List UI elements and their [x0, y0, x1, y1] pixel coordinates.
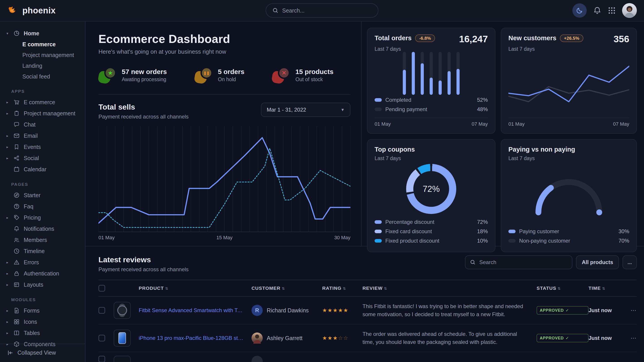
total-sells-subtitle: Payment received across all channels [98, 114, 189, 120]
sidebar-item-errors[interactable]: ▸Errors [0, 257, 85, 268]
global-search[interactable] [266, 3, 378, 18]
sidebar-item-label: Starter [24, 192, 40, 199]
sidebar-item-notifications[interactable]: Notifications [0, 223, 85, 234]
select-all-checkbox[interactable] [98, 285, 105, 292]
date-range-select[interactable]: Mar 1 - 31, 2022 ▼ [261, 103, 350, 117]
card-title: New customers [508, 34, 556, 42]
row-checkbox[interactable] [98, 335, 105, 342]
column-header-time[interactable]: TIME⇅ [588, 286, 625, 291]
pause-badge-icon: ❚❚ [195, 67, 212, 83]
product-thumbnail[interactable] [114, 302, 131, 319]
sidebar-subitem-e-commerce[interactable]: E commerce [0, 39, 85, 50]
cart-icon [13, 99, 20, 105]
sidebar-subitem-landing[interactable]: Landing [0, 60, 85, 71]
sidebar-item-label: Calendar [24, 166, 46, 173]
check-icon: ✓ [566, 336, 569, 341]
sidebar-item-label: Social [24, 155, 39, 161]
axis-label: 15 May [114, 235, 334, 241]
column-header-status[interactable]: STATUS⇅ [536, 286, 588, 291]
product-link[interactable]: iPhone 13 pro max-Pacific Blue-128GB sto… [139, 335, 252, 341]
caret-right-icon: ▸ [5, 111, 10, 116]
brand[interactable]: phoenix [7, 5, 86, 16]
sidebar-item-email[interactable]: ▸Email [0, 130, 85, 141]
notifications-button[interactable] [593, 6, 602, 15]
legend-label: Paying customer [519, 228, 559, 235]
bar [403, 52, 406, 95]
stat-15-products: ✕15 productsOut of stock [272, 67, 334, 83]
legend-value: 30% [618, 228, 629, 235]
global-search-input[interactable] [282, 7, 372, 14]
sidebar-item-members[interactable]: Members [0, 234, 85, 246]
caret-right-icon: ▸ [5, 134, 10, 138]
product-thumbnail[interactable] [114, 356, 131, 362]
table-row: iPhone 13 pro max-Pacific Blue-128GB sto… [98, 325, 637, 352]
sidebar-subitem-project-management[interactable]: Project management [0, 50, 85, 60]
sidebar-item-timeline[interactable]: Timeline [0, 246, 85, 257]
topbar-actions [572, 3, 637, 18]
legend-item-fixed-card-discount: Fixed card discount18% [374, 227, 488, 236]
sidebar-item-label: Errors [24, 259, 39, 266]
sidebar-item-events[interactable]: ▸Events [0, 141, 85, 152]
sidebar-item-tables[interactable]: ▸Tables [0, 327, 85, 339]
theme-toggle-button[interactable] [572, 3, 587, 18]
sort-icon: ⇅ [165, 287, 168, 291]
column-header-product[interactable]: PRODUCT⇅ [139, 286, 252, 291]
card-period: Last 7 days [508, 46, 629, 52]
more-options-button[interactable]: ... [622, 255, 637, 269]
reviews-search[interactable] [465, 255, 572, 269]
sidebar-item-label: Chat [24, 121, 36, 128]
collapsed-view-button[interactable]: Collapsed View [0, 344, 85, 362]
column-header-review[interactable]: REVIEW⇅ [362, 286, 536, 291]
check-icon: ✓ [566, 308, 569, 313]
sidebar-item-authentication[interactable]: ▸Authentication [0, 268, 85, 279]
card-period: Last 7 days [374, 155, 488, 161]
sidebar-item-calendar[interactable]: Calendar [0, 164, 85, 175]
column-header-customer[interactable]: CUSTOMER⇅ [252, 286, 322, 291]
column-header-rating[interactable]: RATING⇅ [322, 286, 362, 291]
sidebar-item-layouts[interactable]: ▸Layouts [0, 279, 85, 290]
customer-cell[interactable]: Ashley Garrett [252, 333, 322, 344]
legend-swatch [374, 239, 382, 243]
sidebar-item-label: Tables [24, 330, 40, 336]
sidebar-item-label: Project management [24, 110, 76, 117]
apps-menu-button[interactable] [608, 6, 616, 14]
product-link[interactable]: Fitbit Sense Advanced Smartwatch with To… [139, 307, 252, 314]
sidebar-item-home[interactable]: ▾Home [0, 28, 85, 39]
sidebar-subitem-social-feed[interactable]: Social feed [0, 71, 85, 82]
customer-cell[interactable] [252, 356, 322, 362]
row-more-button[interactable]: ⋯ [625, 307, 637, 314]
sidebar-nav: ▾HomeE commerceProject managementLanding… [0, 28, 85, 350]
sidebar-item-chat[interactable]: Chat [0, 119, 85, 130]
sidebar-item-label: Home [24, 30, 39, 37]
sidebar-item-pricing[interactable]: ▸Pricing [0, 212, 85, 223]
sidebar-item-forms[interactable]: ▸Forms [0, 305, 85, 316]
stat-title: 57 new orders [122, 68, 167, 76]
sidebar-item-faq[interactable]: Faq [0, 201, 85, 212]
sidebar-item-e-commerce[interactable]: ▸E commerce [0, 97, 85, 108]
user-avatar[interactable] [622, 3, 637, 18]
legend-swatch [374, 220, 382, 224]
sidebar-item-label: Authentication [24, 270, 59, 277]
chevron-down-icon: ▼ [340, 107, 344, 112]
bell-icon [13, 226, 20, 232]
row-checkbox[interactable] [98, 356, 105, 362]
row-more-button[interactable]: ⋯ [625, 335, 637, 342]
row-checkbox[interactable] [98, 307, 105, 314]
product-thumbnail[interactable] [114, 330, 131, 347]
customer-cell[interactable]: RRichard Dawkins [252, 305, 322, 316]
new-customers-card: New customers +26.5% 356 Last 7 days 01 … [501, 28, 637, 134]
sidebar-item-starter[interactable]: Starter [0, 190, 85, 201]
chat-icon [13, 121, 20, 128]
all-products-button[interactable]: All products [576, 255, 619, 269]
sidebar-section-label-pages: PAGES [11, 182, 85, 187]
sidebar-item-icons[interactable]: ▸Icons [0, 316, 85, 327]
legend-swatch [374, 230, 382, 233]
sidebar-item-social[interactable]: ▸Social [0, 152, 85, 164]
caret-down-icon: ▾ [5, 31, 10, 35]
reviews-search-input[interactable] [479, 259, 568, 265]
stat-subtitle: Awating processing [122, 76, 167, 82]
divider [98, 94, 350, 95]
columns-icon [13, 330, 20, 336]
axis-label: 01 May [374, 121, 391, 127]
sidebar-item-project-management[interactable]: ▸Project management [0, 108, 85, 119]
